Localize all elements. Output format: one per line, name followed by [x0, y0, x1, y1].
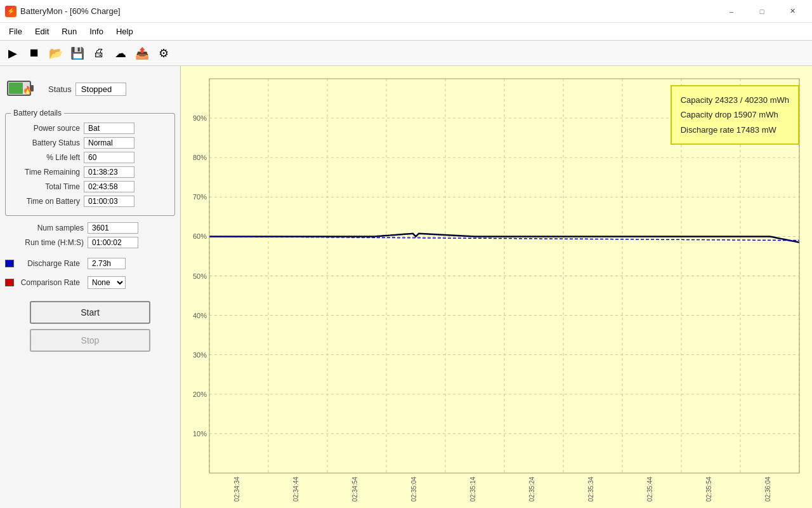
- menu-help[interactable]: Help: [110, 25, 140, 38]
- svg-rect-2: [9, 83, 23, 94]
- button-row: Start Stop: [5, 301, 175, 352]
- toolbar-cloud-button[interactable]: ☁: [110, 43, 131, 64]
- close-button[interactable]: ✕: [778, 4, 807, 19]
- window-title: BatteryMon - [60% Charge]: [20, 6, 121, 16]
- chart-area: Capacity 24323 / 40230 mWh Capacity drop…: [181, 66, 812, 508]
- life-left-label: % Life left: [11, 153, 84, 162]
- life-left-value: 60: [84, 152, 134, 163]
- battery-icon-large: 🔥: [5, 74, 36, 104]
- battery-status-row: Battery Status Normal: [11, 137, 169, 149]
- run-time-row: Run time (H:M:S) 01:00:02: [5, 237, 175, 248]
- window-controls: – □ ✕: [717, 4, 807, 19]
- toolbar-stop-button[interactable]: ⏹: [24, 43, 44, 64]
- left-panel: 🔥 Status Stopped Battery details Power s…: [0, 66, 181, 508]
- power-source-label: Power source: [11, 124, 84, 133]
- status-label-row: Status Stopped: [48, 83, 126, 96]
- toolbar-print-button[interactable]: 🖨: [89, 43, 109, 64]
- toolbar-start-button[interactable]: ▶: [3, 43, 23, 64]
- status-row: 🔥 Status Stopped: [5, 71, 175, 109]
- discharge-rate-label: Discharge Rate: [19, 259, 82, 268]
- comparison-color-box: [5, 279, 14, 286]
- toolbar-export-button[interactable]: 📤: [132, 43, 152, 64]
- start-button[interactable]: Start: [30, 301, 150, 324]
- battery-status-value: Normal: [84, 137, 134, 149]
- battery-status-label: Battery Status: [11, 138, 84, 147]
- stop-button[interactable]: Stop: [30, 329, 150, 352]
- power-source-row: Power source Bat: [11, 123, 169, 134]
- total-time-row: Total Time 02:43:58: [11, 181, 169, 192]
- toolbar-save-button[interactable]: 💾: [67, 43, 88, 64]
- num-samples-value: 3601: [88, 222, 138, 234]
- discharge-color-box: [5, 260, 14, 267]
- total-time-label: Total Time: [11, 182, 84, 191]
- num-samples-row: Num samples 3601: [5, 222, 175, 234]
- comparison-rate-row: Comparison Rate None: [5, 276, 175, 289]
- time-on-battery-label: Time on Battery: [11, 197, 84, 206]
- total-time-value: 02:43:58: [84, 181, 134, 192]
- battery-chart: [181, 66, 812, 508]
- time-remaining-label: Time Remaining: [11, 168, 84, 177]
- menu-edit[interactable]: Edit: [29, 25, 55, 38]
- run-time-label: Run time (H:M:S): [5, 238, 88, 247]
- menu-file[interactable]: File: [3, 25, 29, 38]
- status-label: Status: [48, 84, 72, 94]
- toolbar-open-button[interactable]: 📂: [46, 43, 66, 64]
- num-samples-label: Num samples: [5, 224, 88, 232]
- minimize-button[interactable]: –: [717, 4, 746, 19]
- svg-text:🔥: 🔥: [23, 85, 32, 95]
- power-source-value: Bat: [84, 123, 134, 134]
- discharge-rate-row: Discharge Rate 2.73h: [5, 258, 175, 269]
- time-on-battery-value: 01:00:03: [84, 196, 134, 207]
- comparison-rate-select[interactable]: None: [88, 276, 126, 289]
- toolbar: ▶ ⏹ 📂 💾 🖨 ☁ 📤 ⚙: [0, 41, 812, 66]
- time-remaining-row: Time Remaining 01:38:23: [11, 166, 169, 178]
- toolbar-settings-button[interactable]: ⚙: [154, 43, 174, 64]
- app-icon: ⚡: [5, 6, 16, 17]
- battery-details-group: Battery details Power source Bat Battery…: [5, 113, 175, 216]
- run-time-value: 01:00:02: [88, 237, 138, 248]
- group-title: Battery details: [11, 109, 64, 117]
- main-layout: 🔥 Status Stopped Battery details Power s…: [0, 66, 812, 508]
- status-value: Stopped: [75, 83, 126, 96]
- menu-bar: File Edit Run Info Help: [0, 23, 812, 41]
- title-bar: ⚡ BatteryMon - [60% Charge] – □ ✕: [0, 0, 812, 23]
- stats-section: Num samples 3601 Run time (H:M:S) 01:00:…: [5, 220, 175, 254]
- time-remaining-value: 01:38:23: [84, 166, 134, 178]
- menu-run[interactable]: Run: [55, 25, 83, 38]
- discharge-rate-value: 2.73h: [88, 258, 126, 269]
- menu-info[interactable]: Info: [83, 25, 110, 38]
- time-on-battery-row: Time on Battery 01:00:03: [11, 196, 169, 207]
- maximize-button[interactable]: □: [747, 4, 776, 19]
- life-left-row: % Life left 60: [11, 152, 169, 163]
- comparison-rate-label: Comparison Rate: [19, 278, 82, 287]
